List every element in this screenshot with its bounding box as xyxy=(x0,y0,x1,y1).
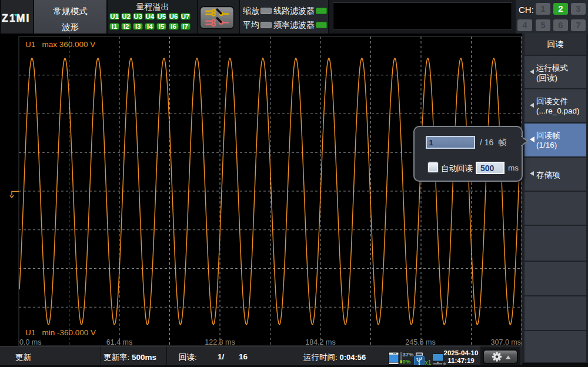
svg-text:184.2 ms: 184.2 ms xyxy=(305,338,335,346)
svg-text:122.8 ms: 122.8 ms xyxy=(205,338,235,346)
svg-text:x1: x1 xyxy=(425,359,432,366)
svg-text:0.0 ms: 0.0 ms xyxy=(19,338,42,346)
svg-text:U1 min -360.000 V: U1 min -360.000 V xyxy=(25,328,96,337)
svg-text:245.6 ms: 245.6 ms xyxy=(405,338,435,346)
svg-text:U1 max 360.000 V: U1 max 360.000 V xyxy=(25,40,95,49)
svg-text:307.0 ms: 307.0 ms xyxy=(491,338,521,346)
svg-text:37%: 37% xyxy=(403,351,415,358)
svg-text:61.4 ms: 61.4 ms xyxy=(106,338,132,346)
svg-text:0%: 0% xyxy=(403,358,411,365)
